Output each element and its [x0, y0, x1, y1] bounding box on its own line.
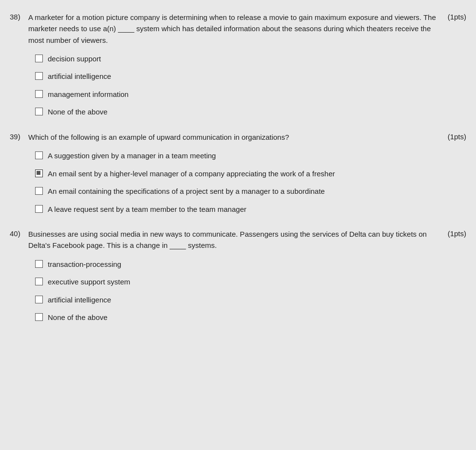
option-label-q40c: artificial intelligence	[48, 295, 111, 306]
question-number-q40: 40)	[10, 228, 28, 240]
option-checkbox-q40b[interactable]	[35, 278, 43, 285]
option-label-q39d: A leave request sent by a team member to…	[48, 204, 247, 215]
option-label-q39b: An email sent by a higher-level manager …	[48, 169, 335, 180]
question-text-q38: A marketer for a motion picture company …	[28, 12, 444, 46]
question-text-q40: Businesses are using social media in new…	[28, 228, 444, 251]
question-header-q38: 38)A marketer for a motion picture compa…	[10, 12, 466, 46]
option-label-q39c: An email containing the specifications o…	[48, 186, 325, 197]
option-item-q38d[interactable]: None of the above	[35, 107, 466, 118]
option-label-q38d: None of the above	[48, 107, 108, 118]
option-item-q40a[interactable]: transaction-processing	[35, 259, 466, 270]
option-item-q38c[interactable]: management information	[35, 89, 466, 100]
option-checkbox-q38a[interactable]	[35, 55, 43, 62]
option-checkbox-q40d[interactable]	[35, 313, 43, 321]
option-checkbox-q39b[interactable]	[35, 169, 43, 177]
option-item-q39d[interactable]: A leave request sent by a team member to…	[35, 204, 466, 215]
question-q38: 38)A marketer for a motion picture compa…	[10, 12, 466, 118]
option-item-q38b[interactable]: artificial intelligence	[35, 71, 466, 82]
option-item-q39c[interactable]: An email containing the specifications o…	[35, 186, 466, 197]
option-item-q39b[interactable]: An email sent by a higher-level manager …	[35, 169, 466, 180]
option-checkbox-q38d[interactable]	[35, 108, 43, 115]
option-item-q40d[interactable]: None of the above	[35, 312, 466, 323]
question-number-q39: 39)	[10, 131, 28, 143]
question-q39: 39)Which of the following is an example …	[10, 131, 466, 215]
option-label-q40b: executive support system	[48, 277, 130, 288]
option-label-q39a: A suggestion given by a manager in a tea…	[48, 150, 216, 162]
option-label-q40d: None of the above	[48, 312, 108, 323]
option-checkbox-q40c[interactable]	[35, 296, 43, 303]
option-checkbox-q38b[interactable]	[35, 72, 43, 80]
options-list-q39: A suggestion given by a manager in a tea…	[35, 150, 466, 215]
options-list-q40: transaction-processingexecutive support …	[35, 259, 466, 323]
option-checkbox-q40a[interactable]	[35, 260, 43, 268]
question-pts-q38: (1pts)	[448, 12, 466, 23]
question-header-q40: 40)Businesses are using social media in …	[10, 228, 466, 251]
quiz-container: 38)A marketer for a motion picture compa…	[10, 12, 466, 323]
option-label-q38a: decision support	[48, 54, 101, 65]
option-label-q38b: artificial intelligence	[48, 71, 111, 82]
question-pts-q39: (1pts)	[448, 131, 466, 143]
option-checkbox-q39a[interactable]	[35, 151, 43, 159]
question-header-q39: 39)Which of the following is an example …	[10, 131, 466, 143]
option-item-q39a[interactable]: A suggestion given by a manager in a tea…	[35, 150, 466, 162]
option-item-q40c[interactable]: artificial intelligence	[35, 295, 466, 306]
option-label-q38c: management information	[48, 89, 129, 100]
question-text-q39: Which of the following is an example of …	[28, 131, 444, 143]
question-q40: 40)Businesses are using social media in …	[10, 228, 466, 323]
option-checkbox-q39d[interactable]	[35, 205, 43, 213]
options-list-q38: decision supportartificial intelligencem…	[35, 54, 466, 118]
option-item-q38a[interactable]: decision support	[35, 54, 466, 65]
question-pts-q40: (1pts)	[448, 228, 466, 240]
option-checkbox-q38c[interactable]	[35, 90, 43, 98]
option-item-q40b[interactable]: executive support system	[35, 277, 466, 288]
option-checkbox-q39c[interactable]	[35, 187, 43, 195]
option-label-q40a: transaction-processing	[48, 259, 121, 270]
question-number-q38: 38)	[10, 12, 28, 23]
